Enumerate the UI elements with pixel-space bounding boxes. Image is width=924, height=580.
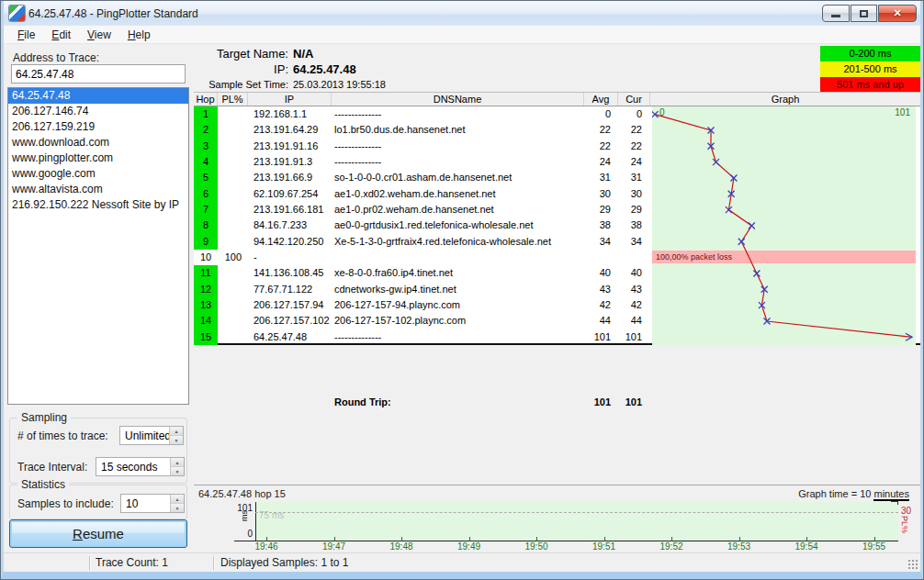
ip-cell: 213.191.64.29 [248, 122, 332, 138]
menu-view[interactable]: View [79, 26, 119, 44]
target-name-label: Target Name: [194, 47, 288, 61]
menu-file[interactable]: File [9, 26, 43, 44]
timeline-plot[interactable] [255, 502, 898, 541]
status-separator [213, 556, 214, 570]
spin-up-icon[interactable]: ▲ [171, 458, 184, 467]
menu-help[interactable]: Help [119, 26, 159, 44]
hop-cell: 2 [194, 122, 218, 138]
timeline-tick-label: 19:54 [794, 541, 817, 552]
ip-cell: 213.191.66.9 [248, 170, 332, 185]
column-header-dnsname[interactable]: DNSName [332, 93, 584, 106]
column-header-avg[interactable]: Avg [584, 93, 618, 106]
packet-loss-cell [218, 186, 248, 202]
trace-interval-label: Trace Interval: [17, 461, 87, 474]
dns-cell: ae1-0.pr02.weham.de.hansenet.net [332, 202, 584, 218]
cur-cell: 0 [618, 106, 650, 122]
close-button[interactable]: ✕ [878, 5, 917, 22]
menu-edit[interactable]: Edit [43, 26, 79, 44]
target-list-item[interactable]: 206.127.146.74 [8, 104, 188, 119]
timeline-tick-label: 19:51 [592, 541, 615, 552]
timeline-tick-label: 19:48 [389, 541, 412, 552]
spin-down-icon[interactable]: ▼ [170, 436, 183, 444]
samples-spinner[interactable]: ▲▼ [170, 495, 184, 512]
hop-cell: 10 [194, 250, 218, 265]
cur-cell: 34 [618, 234, 650, 250]
timeline-ymin: 0 [232, 529, 253, 539]
times-to-trace-value: Unlimited [120, 427, 169, 444]
avg-cell: 24 [584, 154, 618, 170]
graph-marker [753, 270, 760, 276]
timeline-tick-label: 19:50 [524, 541, 547, 552]
times-to-trace-spinbox[interactable]: Unlimited ▲▼ [119, 426, 184, 445]
table-body: 1192.168.1.1--------------002213.191.64.… [194, 106, 920, 345]
hop-graph-svg [652, 106, 916, 345]
trace-interval-spinbox[interactable]: 15 seconds ▲▼ [96, 457, 185, 476]
round-trip-row: Round Trip: 101 101 [194, 395, 920, 410]
hop-graph[interactable]: 0 101 100,00% packet loss [652, 106, 916, 345]
times-to-trace-spinner[interactable]: ▲▼ [169, 427, 183, 444]
cur-cell: 40 [618, 265, 650, 281]
main-panel: Target Name: N/A IP: 64.25.47.48 Sample … [194, 44, 920, 554]
column-header-ip[interactable]: IP [248, 93, 332, 106]
ip-cell: 213.191.66.181 [248, 202, 332, 218]
dns-cell: xe-8-0-0.fra60.ip4.tinet.net [332, 265, 584, 281]
avg-cell: 29 [584, 202, 618, 218]
avg-cell: 44 [584, 313, 618, 329]
target-name-value: N/A [293, 47, 313, 61]
target-list-item[interactable]: 216.92.150.222 Nessoft Site by IP [8, 197, 188, 213]
round-trip-cur: 101 [618, 395, 650, 410]
timeline-y-unit: ms [240, 510, 249, 521]
avg-cell: 22 [584, 139, 618, 154]
timeline-title: 64.25.47.48 hop 15 [198, 488, 286, 499]
minimize-button[interactable] [822, 5, 850, 22]
spin-down-icon[interactable]: ▼ [171, 467, 184, 475]
app-icon[interactable] [9, 6, 25, 21]
maximize-button[interactable] [851, 5, 877, 22]
spin-up-icon[interactable]: ▲ [171, 495, 184, 504]
round-trip-avg: 101 [584, 395, 618, 410]
spin-down-icon[interactable]: ▼ [171, 504, 184, 512]
spin-up-icon[interactable]: ▲ [170, 427, 183, 436]
timeline-tick-label: 19:46 [254, 541, 277, 552]
hop-cell: 5 [194, 170, 218, 185]
timeline-focus-label: 75 ms [259, 510, 284, 520]
samples-to-include-spinbox[interactable]: 10 ▲▼ [120, 494, 185, 513]
dns-cell: -------------- [332, 106, 584, 122]
timeline-corner-tick [891, 501, 898, 505]
ip-cell: 141.136.108.45 [248, 265, 332, 281]
trace-interval-spinner[interactable]: ▲▼ [170, 458, 184, 475]
packet-loss-cell [218, 329, 248, 345]
column-header-cur[interactable]: Cur [618, 93, 650, 106]
column-header-pl%[interactable]: PL% [218, 93, 248, 106]
target-list-item[interactable]: www.download.com [8, 135, 188, 151]
graph-time-unit-link[interactable]: minutes [873, 488, 909, 501]
resume-button[interactable]: Resume [9, 519, 187, 548]
graph-marker [738, 239, 745, 245]
target-list-item[interactable]: 206.127.159.219 [8, 119, 188, 135]
column-header-hop[interactable]: Hop [194, 93, 218, 106]
packet-loss-cell [218, 265, 248, 281]
target-list-item[interactable]: www.pingplotter.com [8, 151, 188, 166]
ip-cell: 213.191.91.16 [248, 139, 332, 154]
address-input[interactable] [11, 64, 186, 84]
title-bar[interactable]: 64.25.47.48 - PingPlotter Standard ✕ [1, 1, 923, 26]
column-header-graph[interactable]: Graph [650, 93, 920, 106]
graph-marker [749, 222, 755, 229]
packet-loss-cell [218, 122, 248, 138]
timeline-tick-label: 19:49 [457, 541, 480, 552]
cur-cell: 38 [618, 218, 650, 233]
target-list-item[interactable]: www.altavista.com [8, 182, 188, 197]
timeline-tick-label: 19:52 [659, 541, 682, 552]
target-list[interactable]: 64.25.47.48206.127.146.74206.127.159.219… [7, 87, 189, 405]
timeline-pl-label: PL% [900, 516, 909, 533]
cur-cell [618, 250, 650, 265]
hop-cell: 4 [194, 154, 218, 170]
times-to-trace-label: # of times to trace: [17, 429, 108, 442]
resize-grip[interactable] [907, 559, 918, 570]
packet-loss-cell [218, 234, 248, 250]
avg-cell: 30 [584, 186, 618, 202]
target-list-item[interactable]: www.google.com [8, 166, 188, 182]
dns-cell: 206-127-157-102.plaync.com [332, 313, 584, 329]
ip-cell: 84.16.7.233 [248, 218, 332, 233]
target-list-item[interactable]: 64.25.47.48 [8, 88, 188, 104]
